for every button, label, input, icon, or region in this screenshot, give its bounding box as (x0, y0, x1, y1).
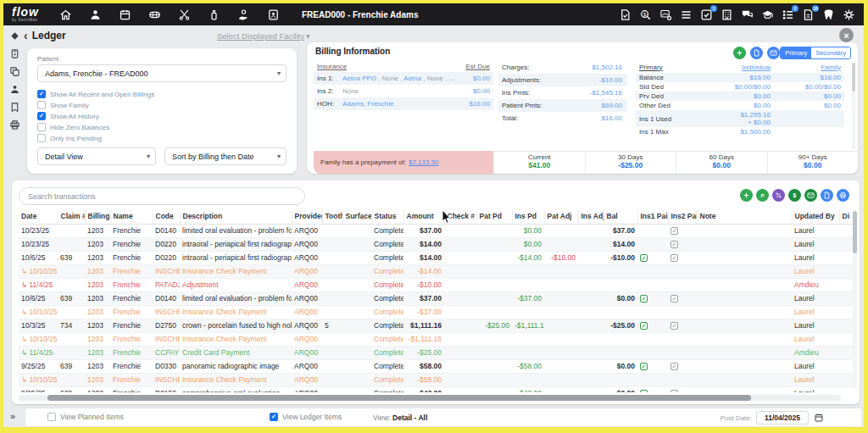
column-header[interactable]: Provider (292, 209, 322, 224)
table-row[interactable]: ↳ 10/10/25 1203 Frenchie INSCHECK Insura… (19, 373, 854, 386)
column-header[interactable]: Amount (403, 209, 444, 224)
column-header[interactable]: Ins Pd (512, 209, 544, 224)
column-header[interactable]: Pat Adj (544, 209, 578, 224)
table-row[interactable]: ↳ 11/4/25 1203 Frenchie CCPAY Credit Car… (19, 346, 854, 359)
ins2-paid-checkbox[interactable] (670, 390, 678, 392)
fee-search-icon[interactable] (639, 8, 652, 21)
vault-icon[interactable] (9, 48, 20, 59)
patient-quick-icon[interactable] (9, 84, 20, 95)
payment-button[interactable] (756, 189, 769, 202)
home-icon[interactable] (59, 8, 72, 21)
checkbox-icon[interactable] (37, 101, 46, 109)
tab-secondary[interactable]: Secondary (811, 47, 850, 58)
vertical-scrollbar[interactable] (853, 211, 857, 389)
ins1-paid-checkbox[interactable] (640, 295, 648, 303)
insurance-col-header[interactable]: Insurance (317, 63, 347, 70)
add-transaction-button[interactable] (740, 189, 753, 202)
view-planned-items-checkbox[interactable]: View Planned Items (47, 413, 124, 421)
discount-button[interactable] (772, 189, 785, 202)
column-header[interactable]: Ins2 Paid (668, 209, 697, 224)
claims-icon[interactable] (619, 8, 632, 21)
ins2-paid-checkbox[interactable] (670, 254, 678, 262)
checkbox-icon[interactable] (37, 134, 46, 142)
checkbox-icon[interactable] (37, 90, 46, 98)
table-row[interactable]: 10/23/25 1203 Frenchie D0220 intraoral -… (19, 237, 854, 251)
column-header[interactable]: Ins Adj (578, 209, 604, 224)
calendar-icon[interactable] (813, 413, 824, 424)
documents-icon[interactable]: 10 (802, 8, 815, 21)
email-statement-button[interactable] (767, 47, 780, 59)
table-row[interactable]: ↳ 10/10/25 1203 Frenchie INSCHECK Insura… (19, 264, 854, 278)
close-button[interactable]: × (839, 28, 854, 42)
search-input[interactable] (19, 187, 305, 205)
sort-mode-select[interactable]: Sort by Billing then Date (164, 147, 287, 165)
prepayment-amount-link[interactable]: $2,133.50 (409, 158, 439, 166)
rx-icon[interactable] (208, 8, 220, 21)
filter-checkbox[interactable]: Hide Zero Balances (37, 123, 287, 131)
column-header[interactable]: Date (19, 209, 58, 224)
ins2-paid-checkbox[interactable] (670, 241, 678, 248)
horizontal-scrollbar[interactable] (19, 395, 841, 401)
insurance-link[interactable]: Adams, Frenchie (342, 100, 393, 108)
imaging-icon[interactable] (659, 8, 672, 21)
benefits-scrollbar[interactable] (852, 63, 855, 149)
column-header[interactable]: Updated By (792, 209, 839, 224)
insurance-link[interactable]: Aetna PPO (342, 75, 376, 82)
schedule-icon[interactable] (119, 8, 131, 21)
filter-checkbox[interactable]: Only Ins Pending (37, 134, 287, 142)
view-ledger-items-checkbox[interactable]: View Ledger Items (270, 413, 342, 421)
copy-icon[interactable] (9, 66, 20, 77)
patient-icon[interactable] (89, 8, 102, 21)
benefits-col-primary[interactable]: Primary (639, 64, 700, 71)
checkbox-icon[interactable] (37, 123, 46, 131)
tab-primary[interactable]: Primary (781, 47, 811, 58)
checkbox-icon[interactable] (37, 112, 46, 120)
column-header[interactable]: Code (153, 209, 180, 224)
table-row[interactable]: ↳ 10/10/25 1203 Frenchie INSCHECK Insura… (19, 305, 854, 319)
add-payment-button[interactable] (733, 47, 746, 59)
column-header[interactable]: Billing # (85, 209, 110, 224)
column-header[interactable]: Bal (604, 209, 637, 224)
ins1-paid-checkbox[interactable] (640, 254, 648, 262)
ins2-paid-checkbox[interactable] (670, 295, 678, 303)
table-row[interactable]: 10/6/25 639 1203 Frenchie D0220 intraora… (19, 251, 854, 264)
email-button[interactable] (804, 189, 817, 202)
payments-icon[interactable] (237, 8, 250, 21)
messages-icon[interactable] (741, 8, 754, 21)
back-chevron-icon[interactable]: ‹ (24, 31, 28, 41)
table-row[interactable]: ↳ 11/4/25 1203 Frenchie PATADJ Adjustmen… (19, 278, 854, 291)
print-ledger-button[interactable] (837, 189, 849, 202)
benefits-col-family[interactable]: Family (771, 64, 841, 71)
column-header[interactable]: Ins1 Paid (637, 209, 668, 224)
office-icon[interactable] (721, 8, 733, 21)
table-row[interactable]: 10/23/25 1203 Frenchie D0140 limited ora… (19, 224, 854, 237)
column-header[interactable]: Claim # (58, 209, 85, 224)
column-header[interactable]: Name (110, 209, 153, 224)
checkbox-icon[interactable] (47, 413, 56, 421)
benefits-col-individual[interactable]: Individual (700, 64, 771, 71)
ins2-paid-checkbox[interactable] (670, 227, 678, 235)
column-header[interactable]: Surface (342, 209, 371, 224)
ins2-paid-checkbox[interactable] (670, 322, 678, 330)
post-date-input[interactable] (756, 411, 809, 425)
checkbox-icon[interactable] (270, 413, 278, 421)
ins1-paid-checkbox[interactable] (640, 322, 648, 330)
filter-checkbox[interactable]: Show Family (37, 101, 287, 109)
statement-button[interactable] (750, 47, 763, 59)
column-header[interactable]: Status (371, 209, 403, 224)
ins1-paid-checkbox[interactable] (640, 390, 648, 392)
todo-list-icon[interactable]: 2 (782, 8, 794, 21)
id-card-icon[interactable] (267, 8, 280, 21)
table-row[interactable]: 9/25/25 639 1203 Frenchie D0150 comprehe… (19, 386, 854, 392)
dental-chart-icon[interactable] (148, 8, 161, 21)
column-header[interactable]: Pat Pd (476, 209, 512, 224)
print-icon[interactable] (9, 119, 20, 130)
table-row[interactable]: 9/25/25 639 1203 Frenchie D0330 panorami… (19, 359, 854, 373)
column-header[interactable]: Check # (444, 209, 476, 224)
ins1-paid-checkbox[interactable] (640, 363, 648, 370)
perio-icon[interactable] (822, 8, 835, 21)
table-row[interactable]: 10/6/25 639 1203 Frenchie D0140 limited … (19, 291, 854, 305)
view-mode-select[interactable]: Detail View (37, 147, 156, 165)
patient-select[interactable]: Adams, Frenchie - FREAD000 (37, 64, 287, 82)
table-row[interactable]: ↳ 10/10/25 1203 Frenchie INSCHECK Insura… (19, 332, 854, 346)
